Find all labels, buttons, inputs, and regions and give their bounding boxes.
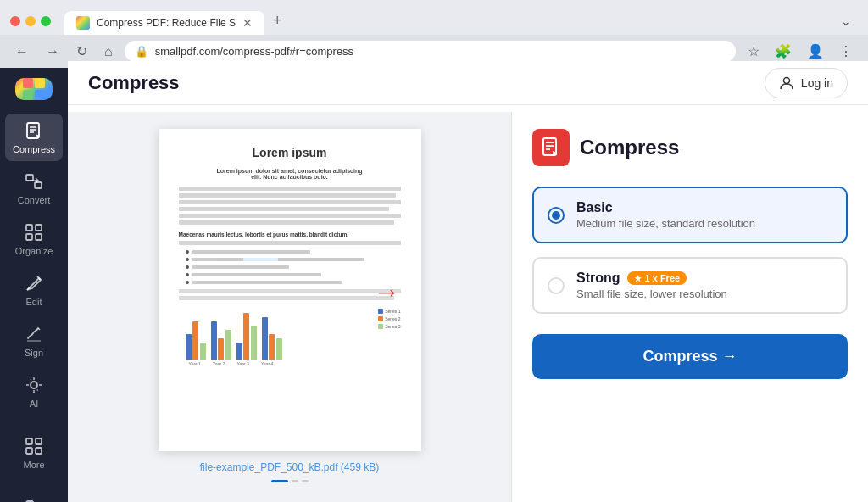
url-text: smallpdf.com/compress-pdf#r=compress [155, 45, 726, 58]
profile-button[interactable]: 👤 [802, 40, 829, 63]
login-label: Log in [801, 76, 833, 90]
ai-label: AI [30, 399, 38, 409]
pdf-filename[interactable]: file-example_PDF_500_kB.pdf (459 kB) [159, 461, 421, 473]
svg-rect-11 [36, 225, 42, 231]
right-panel: Compress Basic Medium file size, standar… [512, 112, 868, 502]
compress-icon [24, 120, 44, 141]
strong-option-desc: Small file size, lower resolution [576, 287, 832, 300]
basic-option-content: Basic Medium file size, standard resolut… [576, 200, 832, 230]
svg-rect-8 [26, 175, 33, 181]
menu-button[interactable]: ⋮ [834, 40, 858, 63]
pdf-bullets [179, 250, 401, 284]
basic-radio[interactable] [548, 207, 565, 224]
lock-icon: 🔒 [135, 45, 148, 58]
strong-option-title: Strong [576, 271, 620, 286]
browser-window-controls [10, 16, 51, 26]
svg-rect-1 [35, 78, 45, 88]
logo-icon [23, 78, 45, 100]
svg-point-25 [783, 77, 789, 83]
organize-icon [24, 222, 44, 243]
sidebar-item-files[interactable] [5, 490, 63, 502]
app-logo[interactable] [15, 78, 53, 100]
strong-option-content: Strong ★ 1 x Free Small file size, lower… [576, 271, 832, 300]
compress-section-header: Compress [532, 129, 848, 166]
arrow-indicator: → [373, 276, 400, 308]
svg-rect-12 [26, 234, 32, 240]
badge-text: 1 x Free [645, 273, 681, 283]
sign-icon [24, 324, 44, 344]
home-button[interactable]: ⌂ [99, 41, 118, 63]
bookmark-button[interactable]: ☆ [743, 40, 765, 63]
svg-rect-21 [26, 438, 32, 444]
new-tab-button[interactable]: + [264, 7, 291, 35]
tab-favicon [76, 16, 90, 30]
svg-rect-10 [26, 225, 32, 231]
back-button[interactable]: ← [10, 41, 34, 63]
organize-label: Organize [15, 246, 53, 256]
compress-section-title: Compress [580, 136, 679, 159]
extensions-button[interactable]: 🧩 [770, 40, 797, 63]
basic-option-card[interactable]: Basic Medium file size, standard resolut… [532, 187, 848, 243]
compress-pdf-icon [532, 129, 570, 166]
pdf-text-block-3 [179, 289, 401, 300]
tab-close-button[interactable]: ✕ [242, 16, 253, 30]
maximize-window-button[interactable] [41, 16, 51, 26]
browser-action-buttons: ☆ 🧩 👤 ⋮ [743, 40, 858, 63]
pdf-subtitle: Lorem ipsum dolor sit amet, consectetur … [179, 168, 401, 180]
sidebar-item-sign[interactable]: Sign [5, 317, 63, 365]
content-area: Lorem ipsum Lorem ipsum dolor sit amet, … [68, 68, 868, 502]
svg-rect-23 [26, 448, 32, 454]
sidebar-item-organize[interactable]: Organize [5, 215, 63, 263]
pdf-preview-area: Lorem ipsum Lorem ipsum dolor sit amet, … [68, 112, 512, 502]
compress-label: Compress [13, 144, 55, 154]
strong-option-card[interactable]: Strong ★ 1 x Free Small file size, lower… [532, 257, 848, 314]
user-icon [779, 75, 794, 91]
more-icon [24, 436, 44, 456]
active-tab[interactable]: Compress PDF: Reduce File S ✕ [64, 11, 264, 35]
browser-titlebar: Compress PDF: Reduce File S ✕ + ⌄ [0, 0, 868, 35]
basic-option-title: Basic [576, 200, 832, 215]
refresh-button[interactable]: ↻ [71, 40, 92, 63]
sidebar-item-convert[interactable]: Convert [5, 165, 63, 212]
files-icon [24, 497, 44, 502]
strong-option-title-row: Strong ★ 1 x Free [576, 271, 832, 286]
svg-rect-24 [36, 448, 42, 454]
badge-star-icon: ★ [634, 274, 642, 283]
convert-label: Convert [18, 195, 51, 205]
browser-dropdown-button[interactable]: ⌄ [834, 9, 858, 33]
minimize-window-button[interactable] [25, 16, 36, 26]
svg-rect-2 [23, 90, 33, 100]
browser-chrome: Compress PDF: Reduce File S ✕ + ⌄ ← → ↻ … [0, 0, 868, 68]
sidebar-item-edit[interactable]: Edit [5, 266, 63, 314]
sign-label: Sign [25, 348, 43, 358]
convert-icon [24, 171, 44, 192]
pdf-text-block-2: Maecenas mauris lectus, lobortis et puru… [179, 231, 401, 245]
login-button[interactable]: Log in [765, 68, 848, 98]
sidebar-item-ai[interactable]: AI [5, 368, 63, 416]
tab-title: Compress PDF: Reduce File S [97, 17, 236, 29]
svg-rect-22 [36, 438, 42, 444]
more-label: More [23, 460, 44, 470]
strong-option-badge: ★ 1 x Free [627, 271, 687, 285]
compress-button[interactable]: Compress → [532, 334, 848, 379]
close-window-button[interactable] [10, 16, 20, 26]
sidebar-item-more[interactable]: More [5, 429, 63, 477]
strong-radio[interactable] [548, 277, 565, 294]
basic-radio-inner [552, 211, 560, 220]
svg-rect-0 [23, 78, 33, 88]
page-indicator [159, 480, 421, 482]
address-bar[interactable]: 🔒 smallpdf.com/compress-pdf#r=compress [125, 41, 736, 62]
sidebar: Compress Convert Organize [0, 68, 68, 502]
edit-label: Edit [26, 297, 42, 307]
page-title: Compress [88, 72, 765, 94]
sidebar-item-compress[interactable]: Compress [5, 114, 63, 161]
forward-button[interactable]: → [41, 41, 64, 63]
basic-option-desc: Medium file size, standard resolution [576, 217, 832, 230]
svg-rect-3 [35, 90, 45, 100]
app-header: Compress Log in [68, 61, 868, 105]
svg-rect-13 [36, 234, 42, 240]
svg-point-16 [31, 382, 37, 388]
browser-tabs: Compress PDF: Reduce File S ✕ + [64, 7, 291, 35]
ai-icon [24, 375, 44, 395]
app-container: Compress Convert Organize [0, 68, 868, 502]
